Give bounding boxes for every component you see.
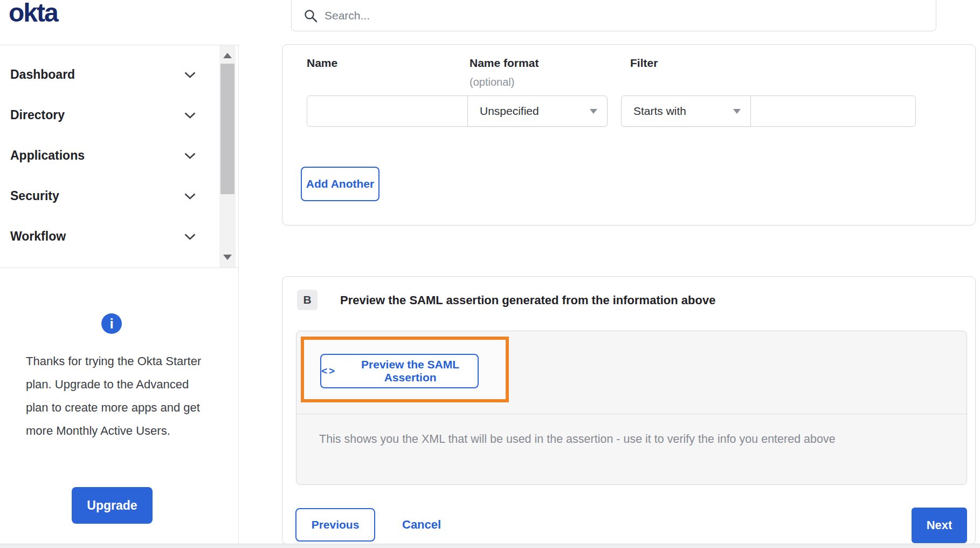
- sidebar-item-dashboard[interactable]: Dashboard: [0, 54, 238, 95]
- saml-preview-panel: <> Preview the SAML Assertion This shows…: [296, 331, 967, 485]
- sidebar-item-label: Dashboard: [10, 67, 75, 82]
- sidebar-item-security[interactable]: Security: [0, 176, 238, 216]
- chevron-down-icon: [184, 233, 196, 241]
- scroll-down-arrow-icon[interactable]: [223, 255, 232, 260]
- caret-down-icon: [590, 109, 597, 114]
- sidebar-item-label: Applications: [10, 148, 85, 163]
- sidebar-item-workflow[interactable]: Workflow: [0, 216, 238, 257]
- preview-description-text: This shows you the XML that will be used…: [319, 433, 955, 446]
- upgrade-button[interactable]: Upgrade: [72, 487, 153, 524]
- sidebar-item-directory[interactable]: Directory: [0, 95, 238, 135]
- saml-preview-card: B Preview the SAML assertion generated f…: [282, 276, 976, 545]
- okta-admin-window: okta Dashboard Directory Applications Se…: [0, 0, 980, 548]
- info-icon: i: [101, 313, 122, 334]
- sidebar-item-applications[interactable]: Applications: [0, 135, 238, 176]
- upgrade-notice-text: Thanks for trying the Okta Starter plan.…: [26, 350, 202, 442]
- preview-section-title: Preview the SAML assertion generated fro…: [340, 293, 715, 307]
- name-format-selected-value: Unspecified: [480, 105, 539, 118]
- bottom-edge-strip: [0, 544, 980, 548]
- attribute-name-input[interactable]: [307, 95, 468, 127]
- sidebar-item-label: Workflow: [10, 229, 66, 244]
- sidebar-scrollbar[interactable]: [219, 45, 236, 268]
- name-format-column-label: Name format: [470, 57, 539, 70]
- chevron-down-icon: [184, 152, 196, 160]
- name-format-select[interactable]: Unspecified: [467, 95, 608, 127]
- filter-operator-select[interactable]: Starts with: [621, 95, 751, 127]
- scroll-up-arrow-icon[interactable]: [223, 53, 232, 58]
- next-button[interactable]: Next: [912, 508, 967, 543]
- chevron-down-icon: [184, 112, 196, 119]
- chevron-down-icon: [184, 71, 196, 79]
- add-another-button[interactable]: Add Another: [301, 167, 379, 201]
- sidebar-nav: Dashboard Directory Applications Securit…: [0, 45, 238, 268]
- filter-column-label: Filter: [630, 57, 658, 70]
- search-input[interactable]: [325, 9, 925, 22]
- attribute-statements-card: Name Name format (optional) Filter Unspe…: [282, 44, 976, 225]
- previous-button[interactable]: Previous: [295, 508, 375, 542]
- name-column-label: Name: [307, 57, 337, 70]
- caret-down-icon: [733, 109, 741, 114]
- search-icon: [303, 9, 318, 23]
- preview-saml-assertion-button[interactable]: <> Preview the SAML Assertion: [320, 354, 479, 388]
- sidebar-item-label: Directory: [10, 108, 65, 122]
- preview-button-label: Preview the SAML Assertion: [343, 358, 478, 384]
- sidebar-item-label: Security: [10, 189, 59, 203]
- step-b-badge: B: [297, 290, 318, 310]
- name-format-optional-label: (optional): [470, 76, 514, 88]
- global-search-bar[interactable]: [291, 0, 936, 31]
- filter-operator-selected-value: Starts with: [633, 105, 686, 118]
- filter-value-input[interactable]: [750, 95, 916, 127]
- scrollbar-thumb[interactable]: [220, 64, 234, 194]
- panel-divider: [296, 414, 967, 414]
- code-icon: <>: [321, 365, 336, 377]
- cancel-link[interactable]: Cancel: [402, 508, 441, 542]
- okta-logo[interactable]: okta: [9, 0, 58, 28]
- chevron-down-icon: [184, 193, 196, 200]
- sidebar-divider: [238, 45, 239, 544]
